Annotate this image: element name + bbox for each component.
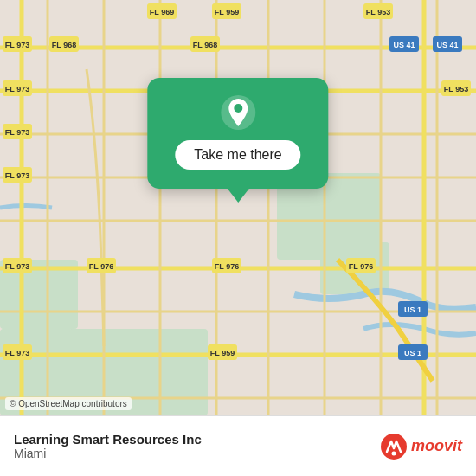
take-me-there-button[interactable]: Take me there (175, 140, 300, 170)
svg-text:FL 976: FL 976 (89, 262, 113, 271)
location-title: Learning Smart Resources Inc (14, 432, 202, 447)
location-subtitle: Miami (14, 447, 202, 460)
map-container: FL 969 FL 959 FL 953 FL 968 FL 968 FL 97… (0, 0, 476, 415)
svg-text:FL 973: FL 973 (5, 41, 29, 49)
info-text: Learning Smart Resources Inc Miami (14, 432, 202, 460)
svg-text:FL 968: FL 968 (193, 41, 217, 49)
osm-attribution: © OpenStreetMap contributors (5, 397, 132, 410)
svg-text:US 41: US 41 (436, 41, 458, 49)
location-pin-icon (219, 93, 257, 132)
svg-text:FL 953: FL 953 (444, 85, 468, 93)
moovit-logo: moovit (380, 433, 462, 460)
svg-text:FL 959: FL 959 (215, 8, 239, 16)
svg-text:FL 969: FL 969 (150, 8, 174, 16)
svg-text:FL 976: FL 976 (215, 262, 239, 271)
map-popup: Take me there (147, 78, 328, 189)
svg-text:FL 973: FL 973 (5, 85, 29, 93)
svg-text:FL 973: FL 973 (5, 128, 29, 137)
svg-text:FL 973: FL 973 (5, 349, 29, 357)
svg-text:FL 973: FL 973 (5, 262, 29, 271)
svg-text:FL 968: FL 968 (52, 41, 76, 49)
svg-text:FL 953: FL 953 (366, 8, 390, 16)
moovit-text: moovit (411, 437, 462, 455)
svg-text:FL 973: FL 973 (5, 171, 29, 180)
svg-text:FL 976: FL 976 (349, 262, 373, 271)
info-bar: Learning Smart Resources Inc Miami moovi… (0, 415, 476, 476)
svg-text:FL 959: FL 959 (210, 349, 235, 357)
svg-text:US 41: US 41 (393, 41, 415, 49)
svg-text:US 1: US 1 (404, 349, 421, 357)
svg-text:US 1: US 1 (404, 306, 421, 314)
svg-point-68 (391, 451, 396, 455)
svg-point-66 (234, 104, 242, 113)
moovit-brand-icon (380, 433, 408, 460)
